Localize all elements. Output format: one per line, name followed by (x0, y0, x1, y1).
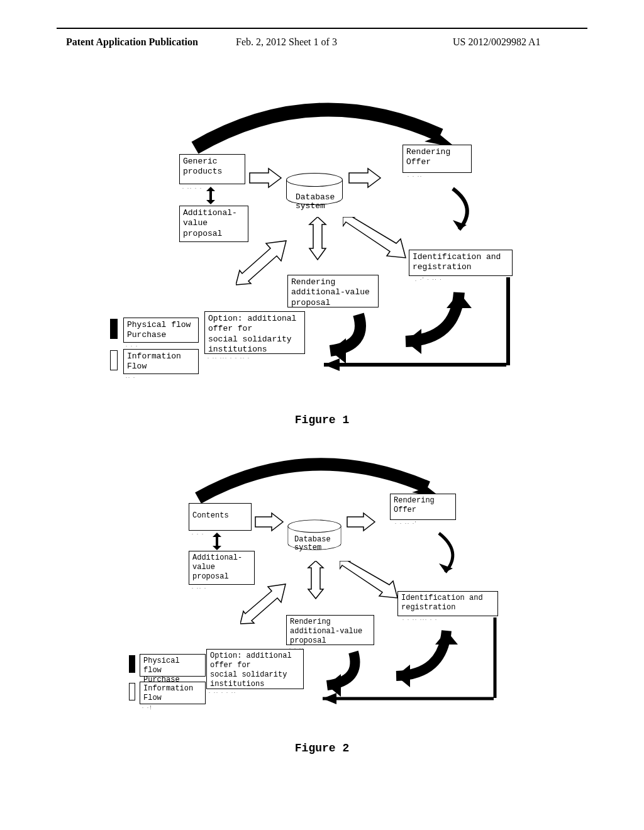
database-label: Databasesystem (294, 536, 331, 552)
svg-marker-11 (447, 292, 472, 308)
rendering-avp-box: Renderingadditional-valueproposal (287, 275, 379, 307)
header-date-sheet: Feb. 2, 2012 Sheet 1 of 3 (236, 36, 337, 48)
svg-marker-25 (396, 665, 410, 687)
legend-physical-icon (110, 319, 118, 339)
svg-marker-19 (340, 561, 397, 598)
noise-dots: · ·! (142, 705, 202, 711)
rendering-offer-box: RenderingOffer (390, 494, 456, 520)
vertical-double-arrow-icon (206, 187, 215, 204)
outline-arrow-icon (247, 165, 284, 191)
vertical-double-arrow-icon (213, 533, 221, 550)
noise-dots: · ·· · · ·· (209, 690, 300, 695)
legend-physical-flow: Physical flowPurchase (123, 318, 199, 343)
vertical-outline-double-arrow-icon (308, 217, 327, 261)
figure-2: Contents · · · Additional-valueproposal … (0, 440, 644, 780)
svg-marker-24 (435, 631, 458, 645)
identification-registration-box: Identification andregistration (409, 250, 513, 276)
generic-products-box: Genericproducts (179, 154, 245, 184)
option-box: Option: additionaloffer forsocial solida… (204, 311, 305, 354)
thick-curved-arrow-icon (387, 280, 475, 362)
diagonal-outline-arrow-icon (343, 217, 412, 264)
curved-arrow-icon (428, 528, 475, 582)
svg-marker-12 (406, 329, 421, 354)
diagonal-outline-arrow-icon (236, 236, 296, 286)
svg-marker-9 (324, 358, 340, 371)
figure-1-caption: Figure 1 (0, 414, 644, 426)
legend-information-flow: InformationFlow (123, 349, 199, 374)
outline-arrow-icon (346, 165, 384, 191)
noise-dots: ·· · (126, 375, 195, 380)
svg-marker-5 (309, 217, 326, 260)
svg-marker-17 (240, 584, 286, 624)
thick-line-icon (491, 617, 502, 700)
svg-marker-15 (347, 513, 375, 531)
noise-dots: · ·· ··· · · ·· · (208, 355, 302, 361)
outline-arrow-icon (253, 511, 286, 533)
svg-marker-22 (323, 693, 336, 704)
noise-dots: · · ·· (408, 174, 467, 179)
outline-arrow-icon (345, 511, 377, 533)
header-divider (57, 28, 587, 29)
rendering-offer-box: RenderingOffer (402, 145, 472, 173)
contents-box: Contents (189, 503, 252, 531)
svg-marker-14 (255, 513, 283, 531)
rendering-avp-box: Renderingadditional-valueproposal (286, 615, 374, 645)
option-box: Option: additionaloffer forsocial solida… (206, 649, 304, 689)
figure-1: Genericproducts · ·· · · Additional-valu… (0, 91, 644, 431)
svg-marker-6 (343, 217, 406, 258)
diagonal-outline-arrow-icon (340, 561, 402, 604)
legend-info-icon (129, 683, 135, 700)
legend-info-icon (110, 350, 118, 370)
svg-marker-4 (236, 241, 286, 285)
vertical-outline-double-arrow-icon (307, 561, 325, 600)
figure-2-caption: Figure 2 (0, 742, 644, 755)
curved-arrow-icon (440, 182, 491, 239)
thick-line-icon (503, 277, 516, 368)
legend-physical-icon (129, 655, 135, 673)
legend-physical-flow: Physical flowPurchase (140, 654, 206, 677)
noise-dots: · · · (126, 343, 195, 349)
header-publication: Patent Application Publication (66, 36, 198, 48)
svg-marker-18 (308, 561, 323, 599)
svg-marker-2 (349, 169, 380, 187)
database-label: Databasesystem (296, 193, 335, 211)
legend-information-flow: InformationFlow (140, 682, 206, 704)
header-publication-number: US 2012/0029982 A1 (453, 36, 541, 48)
thick-curved-arrow-icon (379, 619, 460, 695)
svg-marker-1 (250, 169, 281, 187)
identification-registration-box: Identification andregistration (397, 591, 498, 616)
noise-dots: · · ·· ·' (395, 521, 452, 526)
